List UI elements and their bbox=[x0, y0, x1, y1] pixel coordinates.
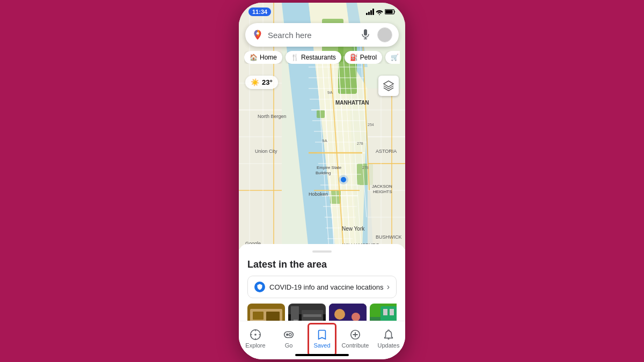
svg-text:JACKSON: JACKSON bbox=[372, 184, 392, 189]
wifi-icon bbox=[376, 9, 383, 15]
nav-item-explore[interactable]: Explore bbox=[239, 325, 272, 352]
svg-point-108 bbox=[254, 334, 257, 336]
filter-grocery[interactable]: 🛒 Groce bbox=[385, 51, 400, 64]
svg-point-81 bbox=[257, 32, 259, 35]
status-time: 11:34 bbox=[248, 8, 271, 16]
svg-rect-96 bbox=[303, 314, 321, 317]
svg-text:New York: New York bbox=[342, 226, 365, 232]
home-indicator bbox=[295, 354, 349, 356]
grocery-icon: 🛒 bbox=[391, 54, 399, 61]
svg-point-114 bbox=[286, 333, 289, 336]
svg-point-0 bbox=[379, 14, 380, 15]
svg-text:ASTORIA: ASTORIA bbox=[376, 149, 397, 154]
explore-icon bbox=[249, 328, 262, 341]
saved-label: Saved bbox=[313, 342, 330, 349]
svg-text:Hoboken: Hoboken bbox=[309, 191, 328, 197]
updates-icon bbox=[382, 328, 395, 341]
svg-text:MANHATTAN: MANHATTAN bbox=[335, 100, 369, 106]
latest-title: Latest in the area bbox=[247, 259, 397, 270]
svg-text:BUSHWICK: BUSHWICK bbox=[376, 234, 402, 240]
status-bar: 11:34 bbox=[239, 3, 405, 18]
filter-restaurants[interactable]: 🍴 Restaurants bbox=[286, 51, 341, 64]
svg-text:North Bergen: North Bergen bbox=[258, 114, 287, 119]
petrol-icon: ⛽ bbox=[350, 54, 358, 61]
profile-avatar[interactable] bbox=[377, 27, 392, 42]
svg-text:Union City: Union City bbox=[255, 149, 277, 154]
filter-home[interactable]: 🏠 Home bbox=[244, 51, 282, 64]
svg-point-100 bbox=[352, 313, 360, 321]
nav-item-updates[interactable]: Updates bbox=[372, 325, 405, 352]
nav-item-contribute[interactable]: Contribute bbox=[339, 325, 372, 352]
weather-widget[interactable]: ☀️ 23° bbox=[245, 76, 278, 89]
svg-point-115 bbox=[289, 333, 291, 336]
svg-text:9A: 9A bbox=[322, 138, 327, 143]
filter-petrol[interactable]: ⛽ Petrol bbox=[345, 51, 382, 64]
temperature: 23° bbox=[262, 78, 273, 86]
home-icon: 🏠 bbox=[250, 54, 258, 61]
svg-text:Empire State: Empire State bbox=[317, 165, 342, 170]
google-maps-logo bbox=[252, 29, 264, 41]
svg-text:Building: Building bbox=[316, 171, 331, 175]
map-layers-button[interactable] bbox=[378, 76, 399, 96]
filter-petrol-label: Petrol bbox=[360, 54, 377, 61]
go-icon bbox=[282, 328, 295, 341]
svg-point-79 bbox=[339, 175, 348, 184]
go-label: Go bbox=[285, 342, 293, 349]
svg-rect-107 bbox=[390, 309, 394, 315]
covid-banner[interactable]: COVID-19 info and vaccine locations › bbox=[247, 276, 397, 298]
battery-icon bbox=[385, 9, 396, 15]
shield-icon bbox=[254, 282, 265, 292]
svg-rect-2 bbox=[385, 10, 392, 13]
svg-text:HEIGHTS: HEIGHTS bbox=[373, 189, 392, 194]
status-icons bbox=[366, 9, 396, 15]
svg-rect-14 bbox=[368, 88, 405, 249]
phone-frame: 11:34 bbox=[239, 3, 405, 359]
sheet-handle bbox=[312, 250, 332, 253]
svg-text:278: 278 bbox=[362, 166, 369, 169]
svg-text:278: 278 bbox=[357, 142, 363, 145]
contribute-icon bbox=[349, 328, 362, 341]
svg-text:254: 254 bbox=[368, 123, 374, 127]
contribute-label: Contribute bbox=[342, 342, 369, 349]
filter-restaurants-label: Restaurants bbox=[301, 54, 336, 61]
updates-label: Updates bbox=[378, 342, 400, 349]
nav-item-go[interactable]: Go bbox=[272, 325, 305, 352]
svg-marker-85 bbox=[384, 81, 393, 87]
quick-filters: 🏠 Home 🍴 Restaurants ⛽ Petrol 🛒 Groce bbox=[244, 51, 400, 64]
svg-point-99 bbox=[334, 309, 345, 320]
chevron-right-icon: › bbox=[387, 282, 390, 292]
signal-icon bbox=[366, 9, 374, 15]
svg-text:9A: 9A bbox=[327, 90, 333, 95]
svg-rect-88 bbox=[253, 312, 264, 320]
explore-label: Explore bbox=[245, 342, 265, 349]
mic-button[interactable] bbox=[358, 27, 373, 42]
restaurants-icon: 🍴 bbox=[291, 54, 299, 61]
search-bar[interactable]: Search here bbox=[245, 23, 399, 47]
covid-left: COVID-19 info and vaccine locations bbox=[254, 282, 383, 292]
svg-rect-106 bbox=[383, 309, 387, 315]
sun-icon: ☀️ bbox=[251, 78, 259, 86]
nav-item-saved[interactable]: Saved bbox=[305, 325, 339, 352]
svg-rect-82 bbox=[364, 29, 367, 36]
filter-home-label: Home bbox=[260, 54, 277, 61]
saved-icon bbox=[316, 328, 328, 341]
search-input[interactable]: Search here bbox=[268, 31, 354, 40]
covid-text: COVID-19 info and vaccine locations bbox=[269, 283, 383, 291]
